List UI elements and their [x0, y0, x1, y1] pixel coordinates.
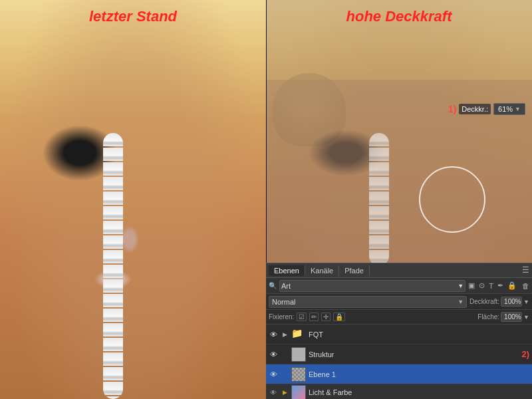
filter-dropdown[interactable]: Art ▼ — [279, 280, 466, 292]
filter-dropdown-arrow: ▼ — [458, 283, 464, 289]
pearl-necklace-left — [103, 133, 123, 399]
layer-item-ebene1[interactable]: 👁 Ebene 1 — [266, 364, 532, 384]
layer-name-fqt: FQT — [309, 331, 529, 338]
layer-group-licht-farbe[interactable]: 👁 ▶ Licht & Farbe — [266, 384, 532, 399]
filter-icon-pen[interactable]: ✒ — [497, 281, 503, 290]
layer-visibility-struktur[interactable]: 👁 — [269, 350, 278, 359]
filter-icon-text[interactable]: T — [489, 282, 493, 290]
opacity-control: Deckkraft: 100% ▼ — [469, 297, 529, 307]
tab-pfade[interactable]: Pfade — [339, 265, 370, 276]
layers-panel: Ebenen Kanäle Pfade ☰ 🔍 Art ▼ ▣ ⊙ T ✒ 🔒 — [266, 263, 532, 399]
layer-name-licht: Licht & Farbe — [309, 388, 529, 396]
layer-marker-2: 2) — [521, 349, 529, 359]
main-container: letzter Stand hohe Deckkraft 1) Deckkr.:… — [0, 0, 532, 399]
opacity-overlay — [266, 0, 532, 263]
layer-thumbnail-licht — [291, 385, 306, 399]
label-right: hohe Deckkraft — [346, 8, 452, 25]
folder-icon: 📁 — [291, 328, 303, 338]
pearl-necklace-right — [369, 133, 389, 266]
filter-row: 🔍 Art ▼ ▣ ⊙ T ✒ 🔒 🗑 — [266, 278, 532, 294]
layer-visibility-licht[interactable]: 👁 — [269, 388, 278, 397]
fix-icon-check[interactable]: ☑ — [297, 313, 307, 321]
trash-icon[interactable]: 🗑 — [522, 282, 529, 290]
opacity-value[interactable]: 100% — [501, 297, 522, 307]
layer-expand-struktur — [281, 350, 289, 358]
fixieren-icons: ☑ ✏ ✛ 🔒 — [297, 313, 345, 321]
layer-name-ebene1: Ebene 1 — [309, 370, 529, 378]
layer-item-fqt[interactable]: 👁 ▶ 📁 FQT — [266, 325, 532, 344]
mode-row: Normal ▼ Deckkraft: 100% ▼ — [266, 294, 532, 310]
tab-kanaele[interactable]: Kanäle — [305, 265, 339, 276]
filter-icon-lock[interactable]: 🔒 — [507, 281, 517, 290]
layer-expand-licht[interactable]: ▶ — [281, 388, 289, 396]
flaeche-value[interactable]: 100% — [501, 312, 522, 322]
filter-icons: ▣ ⊙ T ✒ 🔒 — [468, 281, 517, 290]
marker-1: 1) — [448, 104, 456, 114]
photo-left — [0, 0, 266, 399]
label-left: letzter Stand — [89, 8, 177, 25]
left-photo-panel: letzter Stand — [0, 0, 266, 399]
fixieren-label: Fixieren: — [269, 313, 294, 321]
deckkraft-indicator: 1) Deckkr.: 61% ▼ — [448, 103, 525, 115]
layer-thumbnail-ebene1 — [291, 367, 306, 382]
filter-icon-rect[interactable]: ▣ — [468, 281, 475, 290]
blend-mode-dropdown[interactable]: Normal ▼ — [269, 296, 467, 308]
brush-circle — [419, 166, 485, 233]
layer-expand-fqt[interactable]: ▶ — [281, 331, 289, 338]
deckkraft-value[interactable]: 61% ▼ — [493, 103, 525, 115]
deckkraft-label: Deckkr.: — [459, 104, 491, 114]
mode-dropdown-arrow: ▼ — [458, 299, 464, 305]
search-icon: 🔍 — [269, 282, 277, 289]
layer-thumbnail-fqt: 📁 — [291, 327, 306, 342]
flaeche-control: Fläche: 100% ▼ — [477, 312, 529, 322]
layer-name-struktur: Struktur — [309, 350, 519, 358]
fixieren-row: Fixieren: ☑ ✏ ✛ 🔒 Fläche: 100% ▼ — [266, 310, 532, 325]
panel-tabs: Ebenen Kanäle Pfade ☰ — [266, 263, 532, 278]
right-photo-panel: hohe Deckkraft 1) Deckkr.: 61% ▼ Ebenen … — [266, 0, 532, 399]
filter-icon-circle[interactable]: ⊙ — [479, 281, 485, 290]
tab-ebenen[interactable]: Ebenen — [269, 265, 305, 276]
layer-visibility-fqt[interactable]: 👁 — [269, 330, 278, 339]
fix-icon-pen[interactable]: ✏ — [309, 313, 319, 321]
flaeche-label: Fläche: — [477, 313, 499, 321]
layer-visibility-ebene1[interactable]: 👁 — [269, 370, 278, 379]
deckkraft-dropdown-arrow: ▼ — [515, 106, 521, 112]
flaeche-dropdown-arrow[interactable]: ▼ — [523, 314, 529, 321]
opacity-label: Deckkraft: — [469, 298, 499, 305]
fix-icon-lock[interactable]: 🔒 — [333, 313, 345, 321]
panel-menu-icon[interactable]: ☰ — [522, 265, 529, 275]
fix-icon-move[interactable]: ✛ — [321, 313, 331, 321]
layer-expand-ebene1 — [281, 370, 289, 378]
layer-item-struktur[interactable]: 👁 Struktur 2) — [266, 344, 532, 364]
opacity-dropdown-arrow[interactable]: ▼ — [523, 299, 529, 305]
layer-thumbnail-struktur — [291, 347, 306, 362]
